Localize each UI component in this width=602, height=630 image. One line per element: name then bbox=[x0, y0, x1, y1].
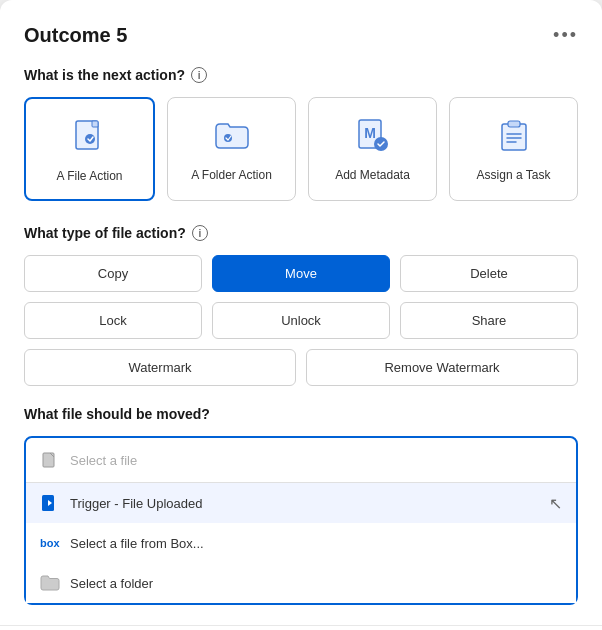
share-button[interactable]: Share bbox=[400, 302, 578, 339]
trigger-option-label: Trigger - File Uploaded bbox=[70, 496, 202, 511]
svg-text:M: M bbox=[364, 125, 376, 141]
box-icon: box bbox=[40, 533, 60, 553]
file-type-info-icon[interactable]: i bbox=[192, 225, 208, 241]
file-action-row3: Watermark Remove Watermark bbox=[24, 349, 578, 386]
metadata-icon: M bbox=[351, 114, 395, 158]
svg-point-3 bbox=[224, 134, 232, 142]
action-card-metadata[interactable]: M Add Metadata bbox=[308, 97, 437, 201]
watermark-button[interactable]: Watermark bbox=[24, 349, 296, 386]
file-action-row2: Lock Unlock Share bbox=[24, 302, 578, 339]
task-icon bbox=[492, 114, 536, 158]
svg-rect-1 bbox=[92, 121, 98, 127]
card-header: Outcome 5 ••• bbox=[24, 24, 578, 47]
cursor-indicator: ↖ bbox=[549, 494, 562, 513]
file-select-section: What file should be moved? Select a file bbox=[24, 406, 578, 605]
next-action-label: What is the next action? i bbox=[24, 67, 578, 83]
next-action-info-icon[interactable]: i bbox=[191, 67, 207, 83]
dropdown-option-folder[interactable]: Select a folder bbox=[26, 563, 576, 603]
folder-option-label: Select a folder bbox=[70, 576, 153, 591]
folder-action-label: A Folder Action bbox=[191, 168, 272, 182]
folder-select-icon bbox=[40, 573, 60, 593]
copy-button[interactable]: Copy bbox=[24, 255, 202, 292]
remove-watermark-button[interactable]: Remove Watermark bbox=[306, 349, 578, 386]
action-card-folder[interactable]: A Folder Action bbox=[167, 97, 296, 201]
file-select-placeholder: Select a file bbox=[70, 453, 137, 468]
action-card-file[interactable]: A File Action bbox=[24, 97, 155, 201]
file-select-dropdown[interactable]: Select a file Trigger - File Uploaded ↖ bbox=[24, 436, 578, 605]
trigger-icon bbox=[40, 493, 60, 513]
dropdown-option-box[interactable]: box Select a file from Box... bbox=[26, 523, 576, 563]
lock-button[interactable]: Lock bbox=[24, 302, 202, 339]
box-option-label: Select a file from Box... bbox=[70, 536, 204, 551]
delete-button[interactable]: Delete bbox=[400, 255, 578, 292]
svg-rect-7 bbox=[502, 124, 526, 150]
file-type-section: What type of file action? i Copy Move De… bbox=[24, 225, 578, 386]
card-title: Outcome 5 bbox=[24, 24, 127, 47]
unlock-button[interactable]: Unlock bbox=[212, 302, 390, 339]
move-button[interactable]: Move bbox=[212, 255, 390, 292]
dropdown-options: Trigger - File Uploaded ↖ box Select a f… bbox=[26, 482, 576, 603]
file-action-row1: Copy Move Delete bbox=[24, 255, 578, 292]
metadata-action-label: Add Metadata bbox=[335, 168, 410, 182]
card-footer: + Outcome bbox=[0, 625, 602, 630]
outcome-card: Outcome 5 ••• What is the next action? i… bbox=[0, 0, 602, 630]
svg-text:box: box bbox=[40, 537, 60, 549]
action-card-task[interactable]: Assign a Task bbox=[449, 97, 578, 201]
file-select-input[interactable]: Select a file bbox=[26, 438, 576, 482]
file-input-icon bbox=[40, 450, 60, 470]
file-action-icon bbox=[68, 115, 112, 159]
svg-rect-8 bbox=[508, 121, 520, 127]
more-options-icon[interactable]: ••• bbox=[553, 25, 578, 46]
svg-point-2 bbox=[85, 134, 95, 144]
file-action-label: A File Action bbox=[56, 169, 122, 183]
folder-action-icon bbox=[210, 114, 254, 158]
file-type-label: What type of file action? i bbox=[24, 225, 578, 241]
task-action-label: Assign a Task bbox=[477, 168, 551, 182]
file-should-moved-label: What file should be moved? bbox=[24, 406, 578, 422]
action-cards-row: A File Action A Folder Action M bbox=[24, 97, 578, 201]
dropdown-option-trigger[interactable]: Trigger - File Uploaded ↖ bbox=[26, 483, 576, 523]
